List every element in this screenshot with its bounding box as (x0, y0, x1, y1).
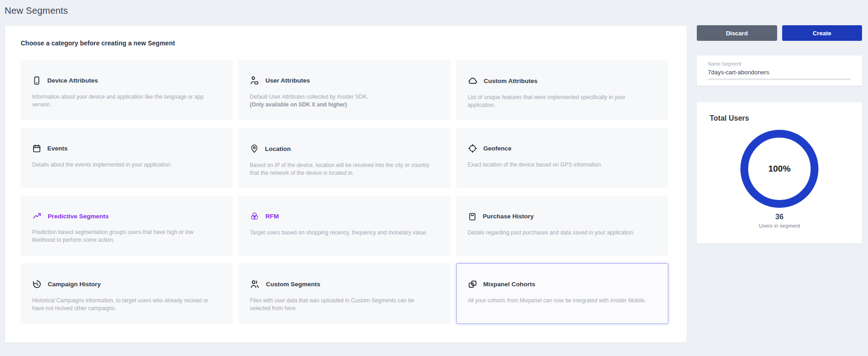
category-card-location[interactable]: Location Based on IP of the device, loca… (238, 128, 450, 188)
category-description: All your cohorts from Mixpanel can now b… (468, 297, 652, 305)
category-card-custom-segments[interactable]: Custom Segments Files with user data tha… (238, 263, 450, 324)
geofence-icon (468, 144, 477, 153)
users-count: 36 (710, 213, 849, 221)
category-card-device-attributes[interactable]: Device Attributes Information about your… (21, 60, 233, 120)
location-icon (250, 144, 259, 154)
campaign-history-icon (32, 279, 42, 289)
category-title: Purchase History (483, 213, 534, 220)
category-title: RFM (265, 213, 279, 220)
category-card-custom-attributes[interactable]: Custom Attributes List of unique feature… (456, 60, 668, 120)
category-card-purchase-history[interactable]: Purchase History Details regarding past … (456, 195, 668, 256)
category-card-rfm[interactable]: RFM Target users based on shopping recen… (238, 195, 450, 256)
category-description: Default User Attributes collected by Ins… (250, 93, 434, 101)
create-button[interactable]: Create (782, 25, 862, 41)
donut-percent-label: 100% (768, 164, 791, 174)
name-segment-card: Name Segment (697, 56, 862, 86)
category-title: Predictive Segments (48, 213, 109, 220)
category-title: Events (47, 145, 67, 152)
name-segment-label: Name Segment (708, 61, 851, 67)
category-description: Based on IP of the device, location will… (250, 161, 434, 177)
category-grid: Device Attributes Information about your… (21, 60, 668, 324)
category-description: Historical Campaigns information, to tar… (32, 297, 217, 312)
category-description: Prediction based segmentation groups use… (32, 228, 217, 244)
category-title: Custom Attributes (484, 78, 538, 84)
user-attributes-icon (250, 76, 259, 85)
category-title: User Attributes (265, 77, 310, 84)
category-description: Details regarding past purchases and dat… (468, 229, 652, 237)
category-panel: Choose a category before creating a new … (5, 25, 687, 343)
category-description: Target users based on shopping recency, … (250, 229, 434, 237)
total-users-title: Total Users (710, 114, 849, 122)
category-description: List of unique features that were implem… (468, 94, 652, 109)
custom-attributes-icon (468, 76, 478, 86)
purchase-history-icon (468, 211, 477, 221)
category-description: Details about the events implemented in … (32, 161, 217, 169)
rfm-icon (250, 211, 259, 221)
category-description: Exact location of the device based on GP… (468, 161, 652, 169)
category-card-geofence[interactable]: Geofence Exact location of the device ba… (456, 128, 668, 188)
mixpanel-cohorts-icon (468, 279, 477, 289)
users-count-caption: Users in segment (710, 223, 849, 228)
category-description: Files with user data that was uploaded i… (250, 297, 434, 312)
total-users-card: Total Users 100% 36 Users in segment (697, 102, 862, 244)
category-title: Campaign History (48, 281, 101, 288)
events-icon (32, 144, 41, 153)
category-description: Information about your device and applic… (32, 93, 217, 109)
category-card-campaign-history[interactable]: Campaign History Historical Campaigns in… (21, 263, 233, 324)
custom-segments-icon (250, 279, 260, 289)
category-card-events[interactable]: Events Details about the events implemen… (21, 128, 233, 188)
segment-actions: Discard Create (697, 25, 862, 41)
total-users-donut-chart: 100% (740, 130, 818, 208)
category-title: Geofence (483, 145, 512, 152)
category-title: Device Attributes (47, 77, 98, 84)
page-title: New Segments (5, 6, 68, 16)
category-card-user-attributes[interactable]: User Attributes Default User Attributes … (238, 60, 450, 120)
name-segment-input[interactable] (708, 69, 851, 79)
panel-heading: Choose a category before creating a new … (21, 39, 687, 47)
predictive-segments-icon (32, 211, 42, 221)
discard-button[interactable]: Discard (697, 25, 777, 41)
device-attributes-icon (32, 76, 41, 85)
category-card-predictive-segments[interactable]: Predictive Segments Prediction based seg… (21, 195, 233, 256)
category-title: Custom Segments (266, 281, 320, 288)
category-description-note: (Only available on SDK X and higher) (250, 101, 434, 109)
category-card-mixpanel-cohorts[interactable]: Mixpanel Cohorts All your cohorts from M… (456, 263, 668, 324)
category-title: Location (265, 145, 291, 152)
category-title: Mixpanel Cohorts (483, 281, 535, 288)
